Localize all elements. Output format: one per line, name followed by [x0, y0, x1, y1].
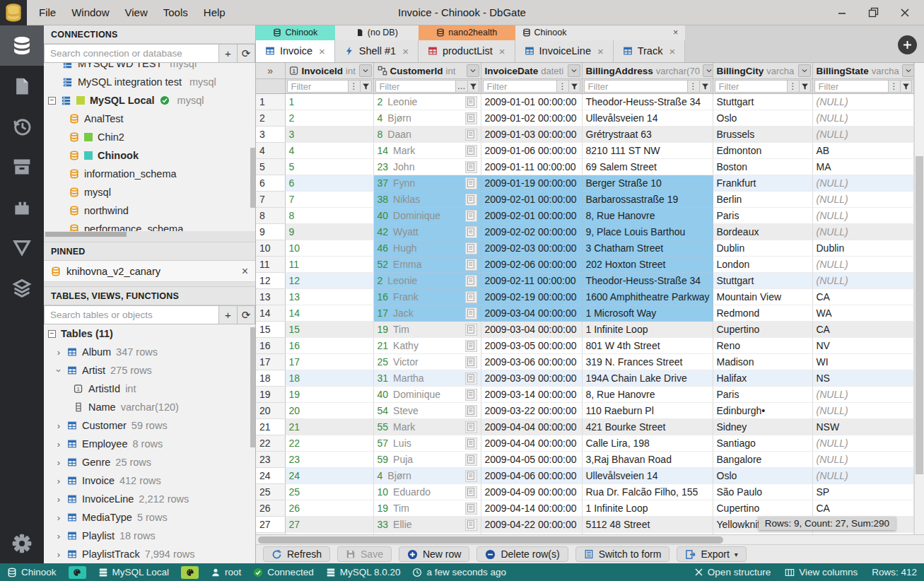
cell-billingcity[interactable]: Stuttgart — [713, 94, 812, 110]
row-number[interactable]: 25 — [256, 484, 285, 500]
table-item-invoice[interactable]: ›Invoice412 rows — [44, 471, 255, 490]
close-tab-icon[interactable]: × — [597, 45, 604, 57]
row-number[interactable]: 11 — [256, 257, 285, 273]
filter-funnel-button[interactable] — [799, 80, 811, 93]
filter-menu-button[interactable]: ⋮ — [787, 80, 799, 93]
open-reference-button[interactable] — [465, 519, 477, 531]
new-tab-button[interactable] — [898, 35, 917, 54]
cell-billingstate[interactable]: CA — [812, 500, 913, 517]
refresh-connections-button[interactable]: ⟳ — [237, 44, 255, 63]
cell-invoicedate[interactable]: 2009-03-14 00:00:00 — [481, 387, 582, 403]
filter-funnel-button[interactable] — [568, 80, 580, 93]
status-item-mysql-8-0-20[interactable]: MySQL 8.0.20 — [326, 567, 401, 577]
tab-productlist[interactable]: productList× — [419, 40, 515, 62]
cell-billingcity[interactable]: Santiago — [713, 435, 812, 452]
row-number[interactable]: 14 — [256, 305, 285, 322]
minimize-icon[interactable] — [837, 8, 847, 18]
cell-billingaddress[interactable]: 1 Microsoft Way — [582, 305, 713, 322]
cell-billingcity[interactable]: London — [713, 257, 812, 273]
cell-invoicedate[interactable]: 2009-01-03 00:00:00 — [481, 127, 582, 143]
cell-customerid[interactable]: 40Dominique — [373, 208, 481, 224]
column-header-date[interactable]: InvoiceDatedateti — [481, 63, 582, 79]
open-reference-button[interactable] — [465, 503, 477, 515]
cell-invoicedate[interactable]: 2009-03-05 00:00:00 — [481, 338, 582, 354]
open-reference-button[interactable] — [465, 161, 477, 173]
cell-billingaddress[interactable]: 69 Salem Street — [582, 159, 713, 175]
row-number[interactable]: 2 — [256, 110, 285, 127]
tab-shell-1[interactable]: Shell #1× — [335, 40, 419, 62]
cell-invoiceid[interactable]: 1 — [285, 94, 373, 110]
rail-item-file[interactable] — [0, 66, 44, 106]
cell-billingaddress[interactable]: 3 Chatham Street — [582, 240, 713, 257]
cell-invoicedate[interactable]: 2009-01-02 00:00:00 — [481, 110, 582, 127]
open-reference-button[interactable] — [465, 112, 477, 124]
row-number[interactable]: 12 — [256, 273, 285, 289]
cell-billingaddress[interactable]: Grétrystraat 63 — [582, 127, 713, 143]
connection-item[interactable]: AnalTest — [44, 110, 255, 128]
cell-billingstate[interactable]: (NULL) — [812, 94, 913, 110]
chevron-right-icon[interactable]: › — [54, 367, 64, 374]
cell-invoiceid[interactable]: 19 — [285, 387, 373, 403]
collapse-expander[interactable]: − — [48, 97, 56, 105]
export-button[interactable]: Export▾ — [677, 546, 747, 562]
row-number[interactable]: 20 — [256, 403, 285, 419]
row-number[interactable]: 10 — [256, 240, 285, 257]
cell-billingcity[interactable]: Dublin — [713, 240, 812, 257]
save-button[interactable]: Save — [337, 546, 392, 562]
cell-customerid[interactable]: 19Tim — [373, 500, 481, 517]
cell-invoiceid[interactable]: 16 — [285, 338, 373, 354]
table-item-playlisttrack[interactable]: ›PlaylistTrack7,994 rows — [44, 545, 255, 563]
rail-item-settings[interactable] — [0, 523, 44, 563]
cell-billingaddress[interactable]: 110 Raeburn Pl — [582, 403, 713, 419]
cell-billingcity[interactable]: Edinburgh• — [713, 403, 812, 419]
cell-billingaddress[interactable]: 3,Raj Bhavan Road — [582, 452, 713, 468]
cell-billingstate[interactable]: AB — [812, 143, 913, 159]
cell-invoicedate[interactable]: 2009-02-06 00:00:00 — [481, 257, 582, 273]
cell-invoiceid[interactable]: 17 — [285, 354, 373, 370]
connections-search-input[interactable] — [44, 44, 218, 63]
cell-invoicedate[interactable]: 2009-02-01 00:00:00 — [481, 192, 582, 208]
new-row-button[interactable]: New row — [399, 546, 469, 562]
status-item-view-columns[interactable]: View columns — [785, 567, 858, 577]
cell-invoiceid[interactable]: 2 — [285, 110, 373, 127]
tab-group-header[interactable]: Chinook× — [515, 25, 686, 40]
rail-item-layers[interactable] — [0, 267, 44, 307]
close-icon[interactable] — [900, 8, 910, 18]
cell-invoicedate[interactable]: 2009-01-11 00:00:00 — [481, 159, 582, 175]
row-number[interactable]: 15 — [256, 322, 285, 338]
open-reference-button[interactable] — [465, 291, 477, 303]
refresh-tables-button[interactable]: ⟳ — [237, 305, 255, 324]
open-reference-button[interactable] — [465, 129, 477, 141]
filter-funnel-button[interactable] — [900, 80, 912, 93]
cell-billingaddress[interactable]: 202 Hoxton Street — [582, 257, 713, 273]
cell-customerid[interactable]: 46Hugh — [373, 240, 481, 257]
connection-item[interactable]: −MySQL Localmysql — [44, 91, 255, 110]
cell-invoicedate[interactable]: 2009-02-03 00:00:00 — [481, 240, 582, 257]
status-item-a-few-seconds-ago[interactable]: a few seconds ago — [412, 567, 506, 577]
menu-tools[interactable]: Tools — [156, 2, 196, 23]
rail-item-archive[interactable] — [0, 146, 44, 187]
unpin-icon[interactable]: × — [242, 265, 248, 278]
cell-billingstate[interactable]: SP — [812, 484, 913, 500]
cell-billingstate[interactable]: NS — [812, 370, 913, 387]
row-number[interactable]: 17 — [256, 354, 285, 370]
tab-invoice[interactable]: Invoice× — [256, 40, 335, 62]
filter-menu-button[interactable]: ⋮ — [888, 80, 900, 93]
grid-hscrollbar[interactable] — [256, 534, 924, 544]
row-number[interactable]: 27 — [256, 517, 285, 533]
cell-billingaddress[interactable]: 1600 Amphitheatre Parkway — [582, 289, 713, 305]
add-connection-button[interactable]: + — [218, 44, 237, 63]
cell-billingstate[interactable]: (NULL) — [812, 127, 913, 143]
filter-menu-button[interactable]: ⋮ — [348, 80, 360, 93]
filter-menu-button[interactable]: ⋮ — [556, 80, 568, 93]
column-header-city[interactable]: BillingCityvarcha — [713, 63, 812, 79]
cell-billingcity[interactable]: Bordeaux — [713, 224, 812, 240]
table-item-employee[interactable]: ›Employee8 rows — [44, 435, 255, 453]
tab-invoiceline[interactable]: InvoiceLine× — [515, 40, 614, 62]
cell-billingaddress[interactable]: 421 Bourke Street — [582, 419, 713, 435]
cell-customerid[interactable]: 21Kathy — [373, 338, 481, 354]
cell-billingstate[interactable]: WA — [812, 305, 913, 322]
column-item[interactable]: Namevarchar(120) — [44, 398, 255, 416]
tab-group-header[interactable]: (no DB) — [335, 25, 419, 40]
cell-billingcity[interactable]: Redmond — [713, 305, 812, 322]
